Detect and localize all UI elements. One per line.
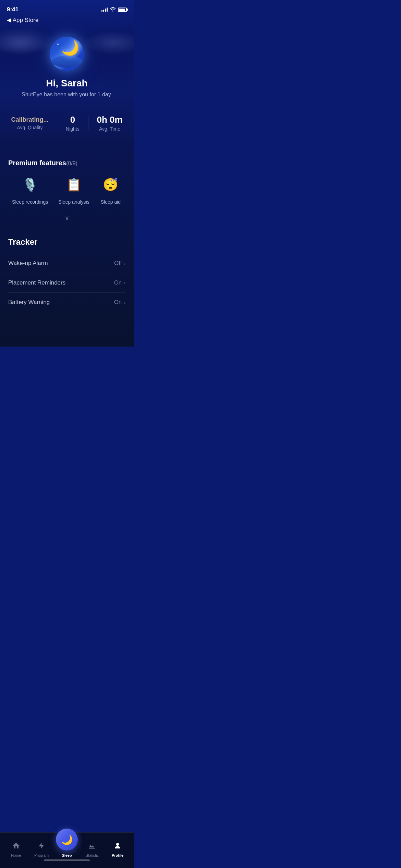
status-time: 9:41 (7, 6, 19, 13)
placement-reminders-item[interactable]: Placement Reminders On › (8, 273, 125, 293)
nights-stat: 0 Nights (66, 115, 80, 132)
placement-reminders-value: On › (114, 279, 125, 286)
clipboard-icon: 📋 (63, 174, 85, 196)
placement-reminders-status: On (114, 279, 122, 286)
app-store-back-button[interactable]: ◀ App Store (0, 15, 134, 26)
greeting-name: Hi, Sarah (7, 78, 127, 89)
wakeup-alarm-value: Off › (114, 260, 125, 267)
battery-warning-status: On (114, 299, 122, 306)
greeting-section: Hi, Sarah ShutEye has been with you for … (0, 78, 134, 108)
avg-time-label: Avg. Time (97, 126, 122, 132)
status-icons (101, 7, 127, 13)
feature-recordings-label: Sleep recordings (12, 199, 48, 205)
star-decoration (57, 44, 59, 45)
moon-icon: 🌙 (61, 41, 79, 55)
avg-quality-stat: Calibrating... Avg. Quality (11, 116, 48, 130)
wifi-icon (110, 7, 116, 13)
stats-row: Calibrating... Avg. Quality 0 Nights 0h … (0, 108, 134, 142)
feature-sleep-analysis[interactable]: 📋 Sleep analysis (58, 174, 89, 205)
greeting-subtitle: ShutEye has been with you for 1 day. (7, 92, 127, 98)
feature-aid-label: Sleep aid (101, 199, 121, 205)
app-logo: 🌙 (50, 37, 84, 71)
microphone-icon: 🎙️ (19, 174, 41, 196)
wakeup-alarm-label: Wake-up Alarm (8, 260, 48, 267)
avg-time-value: 0h 0m (97, 115, 122, 125)
chevron-right-icon-3: › (124, 300, 125, 305)
premium-features-count: (0/9) (66, 160, 77, 166)
avg-time-stat: 0h 0m Avg. Time (97, 115, 122, 132)
chevron-right-icon-2: › (124, 280, 125, 286)
main-content: Premium features(0/9) 🎙️ Sleep recording… (0, 149, 134, 347)
tracker-section: Tracker Wake-up Alarm Off › Placement Re… (0, 229, 134, 312)
tracker-title: Tracker (8, 237, 125, 247)
stat-divider-2 (88, 116, 88, 130)
wakeup-alarm-status: Off (114, 260, 122, 267)
feature-analysis-label: Sleep analysis (58, 199, 89, 205)
feature-sleep-aid[interactable]: 😴 Sleep aid (100, 174, 122, 205)
battery-warning-item[interactable]: Battery Warning On › (8, 293, 125, 312)
signal-icon (101, 8, 108, 12)
nights-value: 0 (66, 115, 80, 125)
premium-features-title: Premium features (8, 159, 66, 167)
feature-sleep-recordings[interactable]: 🎙️ Sleep recordings (12, 174, 48, 205)
avg-quality-value: Calibrating... (11, 116, 48, 123)
wakeup-alarm-item[interactable]: Wake-up Alarm Off › (8, 254, 125, 273)
stat-divider-1 (57, 116, 57, 130)
chevron-right-icon: › (124, 261, 125, 266)
premium-features-header: Premium features(0/9) (0, 156, 134, 174)
logo-container: 🌙 (0, 26, 134, 78)
expand-chevron[interactable]: ∨ (0, 212, 134, 229)
nights-label: Nights (66, 126, 80, 132)
chevron-down-icon: ∨ (65, 214, 69, 222)
avg-quality-label: Avg. Quality (11, 125, 48, 130)
sleep-face-icon: 😴 (100, 174, 122, 196)
features-grid: 🎙️ Sleep recordings 📋 Sleep analysis 😴 S… (0, 174, 134, 212)
placement-reminders-label: Placement Reminders (8, 279, 65, 286)
battery-warning-value: On › (114, 299, 125, 306)
status-bar: 9:41 (0, 0, 134, 15)
battery-icon (118, 8, 127, 12)
battery-warning-label: Battery Warning (8, 299, 50, 306)
